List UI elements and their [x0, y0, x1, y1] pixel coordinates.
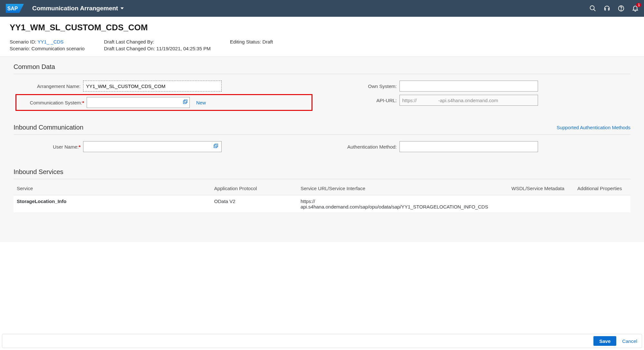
svg-point-2: [590, 6, 594, 10]
app-title-dropdown[interactable]: Communication Arrangement: [32, 5, 124, 12]
support-icon[interactable]: [603, 5, 610, 12]
arrangement-name-label: Arrangement Name:: [15, 83, 83, 89]
notifications-icon[interactable]: 1: [632, 5, 639, 12]
scenario-label: Scenario:: [10, 46, 30, 51]
changed-on-label: Draft Last Changed On:: [104, 46, 155, 51]
section-title-services: Inbound Services: [14, 168, 630, 179]
table-row[interactable]: StorageLocation_Info OData V2 https:// a…: [14, 195, 630, 213]
col-props: Additional Properties: [569, 182, 630, 195]
user-name-input[interactable]: [83, 141, 222, 152]
help-icon[interactable]: [618, 5, 625, 12]
notification-badge: 1: [636, 3, 641, 7]
meta-changed: Draft Last Changed By: Draft Last Change…: [104, 39, 211, 51]
auth-method-input[interactable]: [399, 141, 538, 152]
own-system-label: Own System:: [332, 83, 399, 89]
svg-text:SAP: SAP: [7, 6, 18, 11]
comm-system-highlight: Communication System:* New: [15, 94, 312, 111]
changed-on-value: 11/19/2021, 04:25:35 PM: [156, 46, 210, 51]
editing-status-label: Editing Status:: [230, 39, 261, 44]
svg-point-5: [621, 10, 621, 10]
svg-rect-7: [184, 100, 187, 103]
shell-header: SAP Communication Arrangement 1: [0, 0, 644, 17]
own-system-input[interactable]: [399, 81, 538, 92]
comm-system-label: Communication System:*: [19, 100, 87, 105]
scenario-id-label: Scenario ID:: [10, 39, 36, 44]
header-actions: 1: [589, 5, 639, 12]
section-common-data: Common Data Arrangement Name: Communicat…: [0, 57, 644, 117]
auth-method-label: Authentication Method:: [332, 144, 399, 150]
section-title-inbound: Inbound Communication: [14, 124, 83, 131]
arrangement-name-input[interactable]: [83, 81, 222, 92]
supported-auth-methods-link[interactable]: Supported Authentication Methods: [557, 125, 630, 130]
page-title: YY1_WM_SL_CUSTOM_CDS_COM: [10, 23, 634, 33]
col-protocol: Application Protocol: [211, 182, 297, 195]
sap-logo: SAP: [5, 4, 24, 13]
meta-status: Editing Status: Draft: [230, 39, 273, 51]
object-page-header: YY1_WM_SL_CUSTOM_CDS_COM Scenario ID: YY…: [0, 17, 644, 57]
search-icon[interactable]: [589, 5, 596, 12]
chevron-down-icon: [120, 7, 124, 9]
app-title-text: Communication Arrangement: [32, 5, 118, 12]
cell-service: StorageLocation_Info: [14, 195, 211, 213]
comm-system-input[interactable]: [87, 97, 190, 108]
meta-scenario: Scenario ID: YY1_ _CDS Scenario: Communi…: [10, 39, 85, 51]
section-inbound-services: Inbound Services Service Application Pro…: [0, 162, 644, 216]
cell-protocol: OData V2: [211, 195, 297, 213]
col-service: Service: [14, 182, 211, 195]
section-inbound-comm: Inbound Communication Supported Authenti…: [0, 117, 644, 162]
col-url: Service URL/Service Interface: [297, 182, 507, 195]
new-comm-system-link[interactable]: New: [196, 100, 206, 105]
svg-line-3: [594, 9, 596, 11]
user-name-label: User Name:*: [15, 144, 83, 150]
value-help-icon[interactable]: [183, 100, 188, 106]
section-title-common: Common Data: [14, 63, 630, 74]
scenario-id-link[interactable]: YY1_ _CDS: [37, 39, 63, 44]
inbound-services-table: Service Application Protocol Service URL…: [14, 182, 630, 213]
svg-rect-9: [215, 144, 218, 147]
col-wsdl: WSDL/Service Metadata: [507, 182, 569, 195]
api-url-label: API-URL:: [332, 98, 399, 103]
changed-by-label: Draft Last Changed By:: [104, 39, 154, 44]
cell-wsdl: [507, 195, 569, 213]
cell-url: https:// api.s4hana.ondemand.com/sap/opu…: [297, 195, 507, 213]
api-url-input: [399, 95, 538, 106]
svg-rect-6: [183, 101, 186, 104]
value-help-icon[interactable]: [213, 144, 218, 150]
editing-status-value: Draft: [263, 39, 273, 44]
scenario-value: Communication scenario: [32, 46, 85, 51]
svg-rect-8: [214, 145, 217, 148]
cell-props: [569, 195, 630, 213]
